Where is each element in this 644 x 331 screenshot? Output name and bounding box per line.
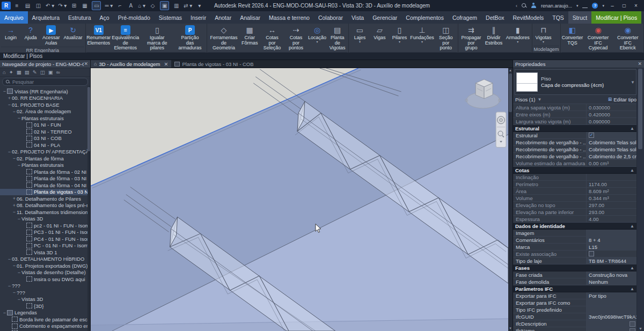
transfer-icon[interactable]: ▦ — [81, 2, 88, 10]
tree-expand-icon[interactable]: − — [2, 310, 7, 315]
ribbon-button-se-o[interactable]: ◫Seção por ponto — [435, 24, 457, 52]
tree-item[interactable]: Planta de fôrma - 02 NI - T — [0, 168, 90, 175]
selection-filter[interactable]: Pisos (1) — [515, 97, 535, 102]
groups-icon[interactable]: ▣ — [48, 69, 53, 75]
ribbon-button-cotas[interactable]: ↔Cotas por Seleção — [260, 24, 284, 52]
sheets-icon[interactable]: ✎ — [33, 69, 37, 75]
tree-item[interactable]: {3D} — [0, 303, 90, 310]
schedules-icon[interactable]: ▤ — [25, 69, 30, 75]
ribbon-button-renumerar[interactable]: V1Renumerar Elementos — [87, 24, 111, 52]
edit-type-button[interactable]: ⊞ Editar tipo — [608, 97, 636, 102]
media-dropdown[interactable]: ◨ ▾ — [641, 11, 644, 24]
tree-item[interactable]: −11. Detalhamentos tridimensionais — [0, 209, 90, 216]
ribbon-button-converter-ifc[interactable]: ◉Converter IFC Cypecad — [583, 24, 612, 52]
ribbon-button-login[interactable]: →Login — [1, 24, 20, 46]
tree-expand-icon[interactable]: + — [12, 196, 17, 201]
tree-expand-icon[interactable]: − — [12, 109, 17, 114]
checkbox-unchecked[interactable] — [589, 251, 594, 256]
section-pin-icon[interactable]: ▲ — [630, 126, 634, 131]
ribbon-button-lajes[interactable]: ▭Lajes▾ — [350, 24, 369, 52]
ribbon-button-pilares[interactable]: ▯Pilares▾ — [390, 24, 409, 52]
favorites-icon[interactable]: ✦ — [9, 69, 13, 75]
section-pin-icon[interactable]: ▲ — [630, 224, 634, 229]
close-button[interactable]: × — [632, 3, 640, 9]
ribbon-tab-inserir[interactable]: Inserir — [186, 11, 210, 24]
property-value[interactable]: Cobrimento Telas soldadas <0 ... — [587, 146, 636, 152]
ribbon-button-igualar[interactable]: ▯Igualar marca de pilares — [140, 24, 174, 52]
property-section-dados-de-identidade[interactable]: Dados de identidade▲ — [513, 223, 636, 230]
tree-item[interactable]: 03 NI - COB — [0, 135, 90, 142]
ribbon-tab-colaborar[interactable]: Colaborar — [314, 11, 347, 24]
property-value[interactable] — [587, 299, 636, 306]
ribbon-tab-detbox[interactable]: DetBox — [481, 11, 508, 24]
tree-item[interactable]: +08. Detalhamento de lajes pré-molda — [0, 202, 90, 209]
ribbon-tab-tqs[interactable]: TQS — [548, 11, 568, 24]
property-value[interactable]: ✓ — [587, 132, 636, 138]
restore-button[interactable]: ▢ — [620, 3, 628, 8]
tree-expand-icon[interactable]: − — [12, 209, 17, 215]
section-icon[interactable]: ◇ — [149, 2, 156, 10]
properties-header[interactable]: Propriedades ✕ — [513, 60, 644, 68]
ribbon-tab-arquivo[interactable]: Arquivo — [0, 11, 28, 24]
tree-item[interactable]: PC4 - 01 NI - FUN - Isomét — [0, 236, 90, 242]
ribbon-button-vigotas[interactable]: ⊓Vigotas▾ — [533, 24, 553, 45]
property-value[interactable]: 8 + 4 — [587, 237, 636, 243]
tree-item[interactable]: −Plantas estruturais — [0, 115, 90, 122]
tree-item[interactable]: −??? — [0, 289, 90, 296]
view-tab[interactable]: ⌂3D - Auxílio de modelagem✕ — [91, 60, 171, 68]
tree-item[interactable]: Cobrimento e espaçamento entre ba — [0, 323, 90, 330]
tree-expand-icon[interactable]: − — [7, 256, 12, 262]
tree-expand-icon[interactable]: − — [7, 149, 12, 155]
tree-item[interactable]: pc2 - 01 NI - FUN - Isométr — [0, 222, 90, 229]
property-value[interactable]: 3wc0jn0698IwcT9kA13f6L — [587, 313, 636, 320]
ribbon-tab-cofragem[interactable]: Cofragem — [448, 11, 481, 24]
chevron-down-icon[interactable]: ▼ — [537, 97, 541, 102]
tree-item[interactable]: +06. Detalhamento de Pilares — [0, 195, 90, 202]
tree-item[interactable]: 04 NI - PLA — [0, 142, 90, 149]
search-input[interactable]: Pesquisar — [2, 78, 88, 86]
tree-item[interactable]: −Vistas 3D — [0, 216, 90, 223]
tree-item[interactable]: −Plantas estruturais — [0, 162, 90, 169]
revit-logo-icon[interactable]: R — [2, 2, 11, 10]
property-value[interactable]: L15 — [587, 244, 636, 250]
tree-item[interactable]: −Legendas — [0, 310, 90, 317]
user-avatar-icon[interactable] — [531, 3, 537, 9]
save-icon[interactable]: ◫ — [35, 2, 42, 10]
ribbon-button-equival-ncia[interactable]: =Equivalência de Elementos — [111, 24, 140, 52]
close-icon[interactable]: ✕ — [164, 61, 169, 67]
modify-select-icon[interactable]: ▭ — [92, 1, 101, 10]
tree-expand-icon[interactable]: + — [12, 203, 17, 208]
tree-expand-icon[interactable]: − — [12, 156, 17, 161]
ribbon-tab-a-o[interactable]: Aço — [96, 11, 114, 24]
tree-expand-icon[interactable]: − — [17, 270, 21, 275]
tree-expand-icon[interactable]: − — [17, 115, 21, 121]
families-icon[interactable]: ◫ — [40, 69, 45, 75]
tree-item[interactable]: Borda livre de patamar de escadas — [0, 316, 90, 323]
ribbon-tab-complementos[interactable]: Complementos — [401, 11, 448, 24]
ribbon-tab-arquitetura[interactable]: Arquitetura — [28, 11, 64, 24]
ribbon-button-ferramentas-de[interactable]: ◇Ferramentas de Geometria — [208, 24, 239, 52]
undo-icon[interactable]: ↶ ▾ — [46, 2, 54, 10]
tree-item[interactable]: PC - 01 NI - FUN - Isométri — [0, 242, 90, 249]
cart-icon[interactable] — [582, 3, 588, 8]
views-icon[interactable]: ▦ — [17, 69, 21, 75]
ribbon-button-atualizar[interactable]: ↻Atualizar — [62, 24, 84, 46]
ellipsis-button[interactable] — [630, 321, 635, 327]
tree-expand-icon[interactable]: − — [17, 163, 21, 168]
ribbon-button-loca-o[interactable]: ◎Locação▾ — [308, 24, 327, 52]
property-section-estrutural[interactable]: Estrutural▲ — [513, 125, 636, 132]
tree-item[interactable]: −02. Plantas de fôrma — [0, 155, 90, 162]
tree-expand-icon[interactable]: − — [12, 263, 17, 268]
tree-expand-icon[interactable]: − — [17, 216, 21, 222]
tree-item[interactable]: −01. Projetos exportados (DWG) — [0, 262, 90, 269]
tree-item[interactable]: −02. PROJETO P/ APRESENTAÇÃO — [0, 149, 90, 156]
ribbon-tab-struct[interactable]: Struct — [568, 11, 591, 24]
ribbon-button-ajuda[interactable]: ?Ajuda — [21, 24, 40, 46]
close-icon[interactable]: ✕ — [84, 61, 88, 67]
ribbon-button-vigas[interactable]: ▱Vigas — [370, 24, 389, 52]
tree-expand-icon[interactable]: − — [2, 89, 7, 94]
close-hidden-icon[interactable]: ▥ — [173, 2, 180, 10]
back-icon[interactable]: ‹ — [516, 3, 517, 9]
section-pin-icon[interactable]: ▲ — [630, 168, 634, 173]
property-value[interactable]: Construção nova — [587, 271, 636, 278]
